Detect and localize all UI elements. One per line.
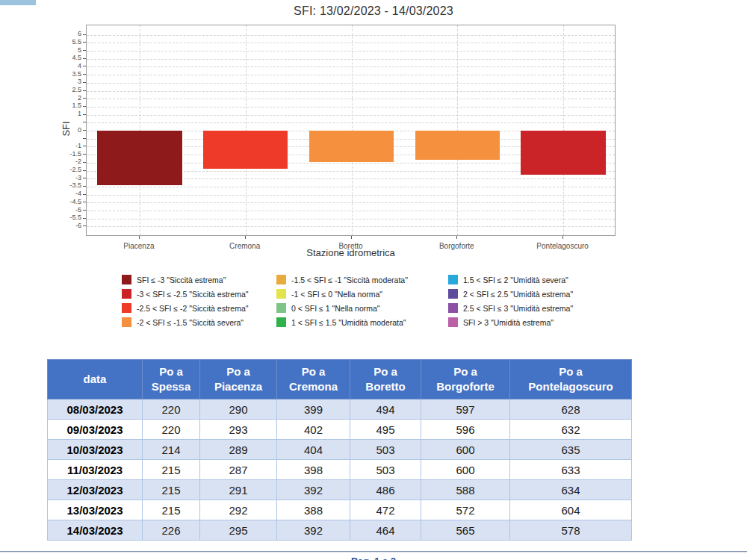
- legend-entry: 2.5 < SFI ≤ 3 "Umidità estrema": [448, 301, 573, 315]
- y-tick-label: 5.5: [56, 39, 81, 46]
- legend-entry: SFI ≤ -3 "Siccità estrema": [122, 273, 248, 287]
- legend-entry: 1.5 < SFI ≤ 2 "Umidità severa": [448, 273, 573, 287]
- legend-swatch-icon: [276, 289, 286, 299]
- x-tick-mark: [139, 236, 140, 239]
- y-tick-mark: [83, 162, 86, 163]
- bar-pontelagoscuro: [521, 131, 605, 175]
- y-tick-mark: [83, 178, 86, 178]
- level-cell: 596: [421, 420, 510, 440]
- y-tick-label: 6: [56, 31, 81, 37]
- level-cell: 295: [200, 520, 277, 541]
- level-cell: 494: [350, 399, 421, 420]
- legend-label: -1.5 < SFI ≤ -1 "Siccità moderata": [291, 276, 408, 284]
- legend-swatch-icon: [448, 317, 458, 327]
- level-cell: 486: [350, 480, 421, 500]
- legend-entry: -1 < SFI ≤ 0 "Nella norma": [276, 287, 408, 301]
- y-tick-mark: [83, 218, 86, 219]
- legend-entry: 0 < SFI ≤ 1 "Nella norma": [276, 301, 408, 315]
- x-axis-title: Stazione idrometrica: [86, 247, 616, 258]
- bar-piacenza: [97, 131, 182, 185]
- y-tick-mark: [83, 210, 86, 211]
- gridline-h: [87, 66, 615, 67]
- level-cell: 215: [143, 500, 200, 520]
- legend-swatch-icon: [276, 317, 286, 327]
- table-header-cell: Po aCremona: [277, 360, 350, 399]
- gridline-h: [87, 83, 615, 84]
- table-row: 08/03/2023220290399494597628: [48, 399, 632, 420]
- y-tick-mark: [83, 42, 86, 43]
- legend-entry: -3 < SFI ≤ -2.5 "Siccità estrema": [122, 287, 248, 301]
- river-levels-table: dataPo aSpessaPo aPiacenzaPo aCremonaPo …: [47, 359, 632, 541]
- y-tick-label: -2.5: [56, 167, 81, 173]
- x-tick-mark: [351, 236, 352, 239]
- level-cell: 404: [277, 440, 350, 460]
- legend-swatch-icon: [448, 303, 458, 313]
- level-cell: 290: [200, 399, 277, 420]
- level-cell: 388: [277, 500, 350, 520]
- legend-swatch-icon: [122, 303, 131, 313]
- gridline-h: [87, 219, 615, 220]
- table-row: 11/03/2023215287398503600633: [48, 460, 632, 480]
- table-header-cell: data: [48, 360, 143, 399]
- x-tick-mark: [562, 236, 563, 239]
- y-tick-label: -6: [56, 223, 81, 229]
- legend-label: 1 < SFI ≤ 1.5 "Umidità moderata": [291, 318, 406, 327]
- gridline-h: [87, 51, 615, 52]
- table-row: 09/03/2023220293402495596632: [48, 420, 632, 440]
- y-tick-label: -5: [56, 207, 81, 214]
- page-number-text: Pag. 1 a 2: [0, 556, 747, 560]
- y-tick-label: 3.5: [56, 71, 81, 78]
- y-tick-label: 4.5: [56, 55, 81, 61]
- level-cell: 291: [200, 480, 277, 500]
- table-row: 12/03/2023215291392486588634: [48, 480, 632, 500]
- gridline-h: [87, 59, 615, 60]
- table-header-cell: Po aPontelagoscuro: [510, 360, 632, 399]
- y-tick-mark: [83, 106, 86, 107]
- legend-swatch-icon: [448, 289, 458, 299]
- level-cell: 220: [143, 399, 200, 420]
- y-tick-label: 4: [56, 63, 81, 69]
- y-tick-label: -2: [56, 158, 81, 165]
- level-cell: 392: [277, 520, 350, 541]
- y-tick-label: -4: [56, 190, 81, 197]
- level-cell: 289: [200, 440, 277, 460]
- level-cell: 214: [143, 440, 200, 460]
- y-tick-label: 2: [56, 95, 81, 102]
- date-cell: 14/03/2023: [48, 520, 143, 541]
- legend-label: SFI ≤ -3 "Siccità estrema": [137, 276, 226, 284]
- gridline-h: [87, 99, 615, 99]
- level-cell: 633: [510, 460, 632, 480]
- y-tick-mark: [83, 90, 86, 91]
- level-cell: 215: [143, 480, 200, 500]
- level-cell: 464: [350, 520, 421, 541]
- y-tick-label: 3: [56, 78, 81, 85]
- level-cell: 392: [277, 480, 350, 500]
- y-tick-mark: [83, 66, 86, 66]
- level-cell: 399: [277, 399, 350, 420]
- legend-entry: -1.5 < SFI ≤ -1 "Siccità moderata": [276, 273, 408, 287]
- table-row: 14/03/2023226295392464565578: [48, 520, 632, 541]
- level-cell: 635: [510, 440, 632, 460]
- y-tick-label: -1: [56, 143, 81, 149]
- legend-column: SFI ≤ -3 "Siccità estrema"-3 < SFI ≤ -2.…: [122, 273, 248, 329]
- table-header-row: dataPo aSpessaPo aPiacenzaPo aCremonaPo …: [48, 360, 632, 399]
- legend-label: 2.5 < SFI ≤ 3 "Umidità estrema": [463, 304, 573, 313]
- y-tick-mark: [83, 50, 86, 51]
- level-cell: 628: [510, 399, 632, 420]
- y-tick-mark: [83, 154, 86, 155]
- y-tick-mark: [83, 82, 86, 83]
- date-cell: 13/03/2023: [48, 500, 143, 520]
- x-tick-mark: [456, 236, 457, 239]
- bar-borgoforte: [415, 131, 500, 160]
- date-cell: 10/03/2023: [48, 440, 143, 460]
- y-tick-mark: [83, 58, 86, 59]
- y-tick-label: 1: [56, 111, 81, 117]
- gridline-h: [87, 43, 615, 43]
- gridline-h: [87, 187, 615, 187]
- date-cell: 12/03/2023: [48, 480, 143, 500]
- gridline-h: [87, 115, 615, 116]
- date-cell: 08/03/2023: [48, 399, 143, 420]
- y-tick-label: -3: [56, 175, 81, 181]
- legend-label: -2 < SFI ≤ -1.5 "Siccità severa": [137, 318, 244, 327]
- y-tick-label: 0: [56, 127, 81, 134]
